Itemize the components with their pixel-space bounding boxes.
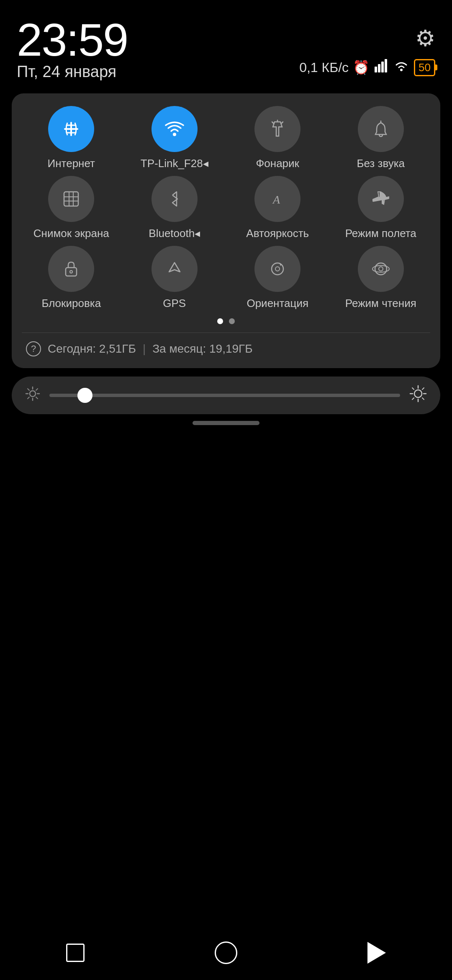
orientation-icon <box>254 246 300 292</box>
qs-airplane[interactable]: Режим полета <box>331 176 431 240</box>
dot-1[interactable] <box>217 318 223 324</box>
brightness-max-icon <box>408 384 428 407</box>
page-dots <box>22 318 430 324</box>
month-usage: За месяц: 19,19ГБ <box>152 342 252 356</box>
status-right: ⚙ 0,1 КБ/с ⏰ <box>299 17 435 77</box>
settings-icon[interactable]: ⚙ <box>415 25 435 52</box>
orientation-label: Ориентация <box>247 297 308 310</box>
screenshot-label: Снимок экрана <box>33 227 109 240</box>
qs-internet[interactable]: Интернет <box>22 106 121 170</box>
wifi-label: TP-Link_F28◂ <box>141 157 208 170</box>
svg-rect-3 <box>385 59 387 72</box>
internet-icon <box>48 106 94 152</box>
screenshot-icon <box>48 176 94 222</box>
qs-wifi[interactable]: TP-Link_F28◂ <box>125 106 224 170</box>
dot-2[interactable] <box>229 318 235 324</box>
svg-line-40 <box>412 398 414 400</box>
svg-point-17 <box>70 271 72 273</box>
quick-settings-panel: Интернет TP-Link_F28◂ <box>12 93 440 368</box>
svg-line-37 <box>412 388 414 389</box>
svg-rect-0 <box>375 67 377 72</box>
recents-button[interactable] <box>61 938 90 967</box>
data-usage-icon: ? <box>26 341 41 356</box>
home-button[interactable] <box>211 938 241 967</box>
qs-autobrightness[interactable]: A Автояркость <box>228 176 327 240</box>
svg-point-20 <box>375 263 387 275</box>
svg-point-5 <box>173 133 176 136</box>
airplane-icon <box>358 176 404 222</box>
qs-flashlight[interactable]: Фонарик <box>228 106 327 170</box>
svg-line-31 <box>28 397 29 399</box>
separator: | <box>143 342 146 356</box>
brightness-min-icon <box>24 385 41 406</box>
svg-line-39 <box>422 388 424 389</box>
svg-rect-10 <box>64 192 78 206</box>
wifi-icon <box>393 58 410 77</box>
bluetooth-icon <box>152 176 198 222</box>
svg-line-7 <box>272 122 274 124</box>
alarm-icon: ⏰ <box>353 59 370 75</box>
svg-line-29 <box>36 397 38 399</box>
quick-settings-grid: Интернет TP-Link_F28◂ <box>22 106 430 310</box>
gps-label: GPS <box>163 297 186 310</box>
qs-silent[interactable]: Без звука <box>331 106 431 170</box>
qs-orientation[interactable]: Ориентация <box>228 246 327 310</box>
internet-label: Интернет <box>48 157 95 170</box>
silent-label: Без звука <box>357 157 405 170</box>
status-bar: 23:59 Пт, 24 января ⚙ 0,1 КБ/с ⏰ <box>0 0 452 85</box>
clock: 23:59 <box>17 17 128 63</box>
navigation-bar <box>0 926 452 980</box>
airplane-label: Режим полета <box>345 227 416 240</box>
today-usage: Сегодня: 2,51ГБ <box>48 342 136 356</box>
svg-rect-1 <box>378 64 380 72</box>
battery-indicator: 50 <box>414 59 435 76</box>
reading-icon <box>358 246 404 292</box>
back-button[interactable] <box>362 938 391 967</box>
wifi-qs-icon <box>152 106 198 152</box>
signal-icon <box>374 58 389 77</box>
svg-text:A: A <box>272 193 280 206</box>
status-indicators: 0,1 КБ/с ⏰ 50 <box>299 58 435 77</box>
qs-bluetooth[interactable]: Bluetooth◂ <box>125 176 224 240</box>
lock-label: Блокировка <box>41 297 101 310</box>
autobrightness-icon: A <box>254 176 300 222</box>
qs-gps[interactable]: GPS <box>125 246 224 310</box>
svg-point-4 <box>400 69 403 71</box>
svg-point-32 <box>414 390 422 397</box>
svg-point-19 <box>275 267 280 271</box>
data-speed: 0,1 КБ/с <box>299 60 349 75</box>
nav-handle <box>193 421 259 425</box>
qs-lock[interactable]: Блокировка <box>22 246 121 310</box>
svg-line-8 <box>281 122 283 124</box>
svg-point-21 <box>379 267 383 271</box>
data-usage: ? Сегодня: 2,51ГБ | За месяц: 19,19ГБ <box>22 340 430 358</box>
lock-icon <box>48 246 94 292</box>
reading-label: Режим чтения <box>345 297 416 310</box>
svg-line-30 <box>36 389 38 390</box>
date: Пт, 24 января <box>17 63 128 81</box>
brightness-thumb[interactable] <box>77 388 92 403</box>
autobrightness-label: Автояркость <box>246 227 309 240</box>
svg-line-38 <box>422 398 424 400</box>
time-display: 23:59 Пт, 24 января <box>17 17 128 81</box>
qs-reading[interactable]: Режим чтения <box>331 246 431 310</box>
silent-icon <box>358 106 404 152</box>
brightness-slider-container <box>12 377 440 414</box>
gps-icon <box>152 246 198 292</box>
flashlight-icon <box>254 106 300 152</box>
flashlight-label: Фонарик <box>256 157 299 170</box>
bluetooth-label: Bluetooth◂ <box>149 227 200 240</box>
svg-rect-16 <box>66 268 77 276</box>
qs-screenshot[interactable]: Снимок экрана <box>22 176 121 240</box>
svg-point-23 <box>30 391 36 397</box>
svg-line-28 <box>28 389 29 390</box>
brightness-track[interactable] <box>49 394 400 397</box>
svg-rect-2 <box>381 62 384 72</box>
